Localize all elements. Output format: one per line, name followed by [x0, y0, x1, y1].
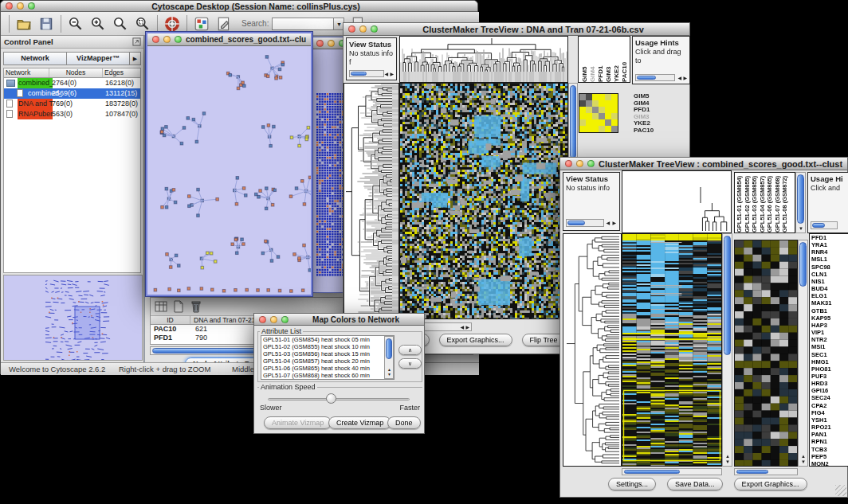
network-tree-row[interactable]: DNA and Tran 07 769(0) 183728(0)	[4, 99, 140, 109]
tv2-zoom-hscroll[interactable]	[734, 468, 798, 475]
scroll-right-arrow[interactable]: ▶	[683, 76, 687, 80]
gene-label[interactable]: HMG1	[811, 358, 848, 365]
close-button[interactable]	[6, 2, 13, 10]
tv1-heatmap-panel[interactable]	[399, 83, 568, 319]
network-tree-row[interactable]: combined_sco 2569(6) 13112(15)	[4, 88, 140, 99]
network-name[interactable]: DNA and Tran 07	[18, 99, 53, 109]
annotation-icon[interactable]	[216, 16, 232, 32]
attribute-list-item[interactable]: GPL51-06 (GSM865) heat shock 40 min	[261, 365, 394, 372]
network-b-canvas[interactable]	[316, 93, 344, 276]
help-lifering-icon[interactable]	[164, 16, 180, 32]
animate-vizmap-button[interactable]: Animate Vizmap	[264, 416, 332, 429]
tab-overflow-arrow[interactable]: ▶	[129, 52, 141, 65]
minimize-button[interactable]	[576, 160, 583, 167]
gene-label[interactable]: MSI1	[811, 343, 848, 350]
gene-label[interactable]: MSL1	[811, 256, 848, 263]
column-label[interactable]: PAC10	[621, 37, 629, 82]
column-label[interactable]: GIM5	[581, 37, 589, 82]
column-label[interactable]: GIM4	[589, 37, 597, 82]
tv2-col-dendrogram[interactable]	[622, 171, 731, 232]
gene-label[interactable]: PAN1	[811, 431, 848, 438]
col-network[interactable]: Network	[4, 68, 49, 77]
gene-label[interactable]: GPI16	[811, 387, 848, 394]
tv1-column-dendrogram-panel[interactable]	[399, 36, 568, 83]
scroll-left-arrow[interactable]: ◀	[677, 76, 681, 80]
usage-hints-scroll[interactable]	[811, 221, 838, 229]
tv1-col-dendrogram[interactable]	[400, 37, 567, 82]
attribute-list-item[interactable]: GPL51-02 (GSM855) heat shock 10 min	[261, 343, 394, 350]
zoom-out-icon[interactable]	[68, 16, 84, 32]
tv1-similarity-matrix[interactable]	[579, 94, 618, 132]
move-down-button[interactable]: v	[398, 358, 422, 369]
gene-label[interactable]: PEP5	[811, 453, 848, 460]
tv2-row-dendrogram[interactable]	[563, 234, 621, 466]
column-label[interactable]: GPL51-06 (GSM865)	[766, 173, 774, 232]
gene-label[interactable]: PHO81	[811, 365, 848, 373]
zoom-button[interactable]	[281, 316, 289, 323]
close-button[interactable]	[316, 40, 324, 47]
attribute-list-item[interactable]: GPL51-04 (GSM857) heat shock 20 min	[261, 357, 394, 365]
dialog-titlebar[interactable]: Map Colors to Network	[254, 314, 424, 326]
gene-label[interactable]: KAP95	[811, 315, 848, 322]
gene-label[interactable]: VIP1	[811, 329, 848, 336]
tv1-heatmap[interactable]	[400, 84, 567, 318]
minimize-button[interactable]	[328, 40, 335, 47]
tv2-zoom-vscroll[interactable]: ▲ ▼	[798, 240, 808, 467]
search-input[interactable]	[272, 18, 334, 30]
scroll-thumb[interactable]	[812, 223, 825, 228]
close-button[interactable]	[152, 36, 159, 43]
zoom-button[interactable]	[28, 2, 35, 10]
move-up-button[interactable]: ∧	[398, 345, 422, 355]
gene-label[interactable]: RNR4	[811, 248, 848, 256]
scroll-thumb[interactable]	[386, 338, 392, 359]
gene-label[interactable]: MAK31	[811, 299, 848, 307]
gene-label[interactable]: NTR2	[811, 336, 848, 343]
vizmapper-icon[interactable]	[194, 16, 210, 32]
scroll-up-arrow[interactable]: ▲	[801, 454, 806, 459]
scroll-thumb[interactable]	[724, 236, 731, 355]
scroll-right-arrow[interactable]: ▶	[390, 72, 394, 76]
column-label[interactable]: GPL51-01 (GSM854)	[736, 173, 744, 232]
col-nodes[interactable]: Nodes	[49, 68, 103, 77]
gene-label[interactable]: SEC1	[811, 351, 848, 358]
gene-label[interactable]: HRD3	[811, 380, 848, 387]
scroll-thumb[interactable]	[567, 221, 585, 225]
zoom-button[interactable]	[175, 36, 182, 43]
tv1-similarity-matrix-panel[interactable]	[579, 93, 618, 133]
zoom-button[interactable]	[371, 25, 378, 33]
network-name[interactable]: RNAPuberNov2+	[18, 109, 53, 119]
treeview1-titlebar[interactable]: ClusterMaker TreeView : DNA and Tran 07-…	[344, 23, 689, 36]
resize-grip[interactable]	[835, 485, 846, 496]
gene-label[interactable]: FIG4	[811, 409, 848, 416]
tv2-zoom-panel[interactable]	[734, 240, 798, 467]
scroll-thumb[interactable]	[736, 470, 768, 474]
treeview-action-button[interactable]: Settings...	[608, 478, 656, 490]
gene-label[interactable]: HAP3	[811, 322, 848, 329]
gene-label[interactable]: BUD4	[811, 285, 848, 292]
zoom-selected-icon[interactable]	[135, 16, 151, 32]
minimize-button[interactable]	[270, 316, 277, 323]
gene-label[interactable]: CPA2	[811, 402, 848, 409]
column-label[interactable]: GPL51-07 (GSM868)	[774, 173, 782, 232]
tv2-heatmap[interactable]	[622, 234, 721, 466]
network-tree-row[interactable]: combined_scores 2764(0) 16218(0)	[4, 78, 140, 88]
col-edges[interactable]: Edges	[103, 68, 140, 77]
view-status-scroll[interactable]	[566, 219, 604, 227]
network-tree-row[interactable]: RNAPuberNov2+ 563(0) 107847(0)	[4, 109, 140, 119]
column-label[interactable]: GIM3	[605, 37, 613, 82]
attribute-list-item[interactable]: GPL51-01 (GSM854) heat shock 05 min	[261, 336, 394, 343]
attribute-list-item[interactable]: GPL51-07 (GSM868) heat shock 60 min	[261, 372, 394, 379]
gene-label[interactable]: PUF3	[811, 373, 848, 380]
network-b-titlebar[interactable]	[312, 37, 344, 49]
map-colors-dialog[interactable]: Map Colors to Network Attribute List GPL…	[253, 313, 425, 434]
scroll-thumb[interactable]	[637, 76, 656, 80]
network-table-header[interactable]: Network Nodes Edges	[4, 68, 140, 78]
gene-label[interactable]: GTB1	[811, 307, 848, 315]
gene-label[interactable]: YSH1	[811, 416, 848, 424]
gene-label[interactable]: PFD1	[811, 234, 848, 241]
network-window[interactable]: combined_scores_good.txt--cluste...	[146, 32, 312, 296]
close-button[interactable]	[348, 25, 355, 33]
scroll-right-arrow[interactable]: ▶	[612, 221, 616, 225]
gene-label[interactable]: RPN1	[811, 438, 848, 445]
scroll-thumb[interactable]	[570, 85, 576, 158]
